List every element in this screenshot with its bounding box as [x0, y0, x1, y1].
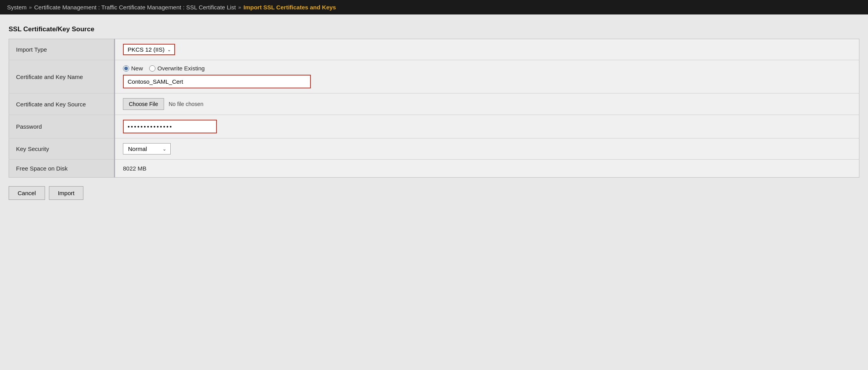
form-table: Import Type PKCS 12 (IIS) Regular PKCS 7…	[9, 39, 859, 178]
radio-new-label[interactable]: New	[123, 65, 143, 72]
cert-name-input[interactable]: Contoso_SAML_Cert	[123, 75, 311, 88]
import-button[interactable]: Import	[49, 186, 84, 200]
bottom-actions: Cancel Import	[9, 186, 859, 200]
radio-new-text: New	[131, 65, 143, 72]
radio-overwrite[interactable]	[149, 65, 155, 72]
password-row: Password	[9, 115, 859, 138]
import-type-select[interactable]: PKCS 12 (IIS) Regular PKCS 7 PEM Bundle	[128, 46, 165, 53]
key-security-value-cell: Normal High ⌄	[115, 138, 859, 160]
breadcrumb: System » Certificate Management : Traffi…	[0, 0, 868, 14]
free-space-row: Free Space on Disk 8022 MB	[9, 160, 859, 178]
password-value-cell	[115, 115, 859, 138]
import-type-select-wrapper[interactable]: PKCS 12 (IIS) Regular PKCS 7 PEM Bundle …	[123, 44, 175, 55]
choose-file-button[interactable]: Choose File	[123, 98, 164, 110]
cert-key-name-value-cell: New Overwrite Existing Contoso_SAML_Cert	[115, 60, 859, 93]
key-security-label: Key Security	[9, 138, 115, 160]
breadcrumb-arrow-1: »	[29, 4, 32, 10]
cert-key-name-label: Certificate and Key Name	[9, 60, 115, 93]
cancel-button[interactable]: Cancel	[9, 186, 45, 200]
key-security-select[interactable]: Normal High	[128, 145, 159, 152]
breadcrumb-arrow-2: »	[238, 4, 241, 10]
key-security-row: Key Security Normal High ⌄	[9, 138, 859, 160]
import-type-chevron-icon: ⌄	[167, 47, 171, 52]
radio-group: New Overwrite Existing	[123, 65, 851, 72]
key-security-chevron-icon: ⌄	[162, 146, 166, 152]
import-type-row: Import Type PKCS 12 (IIS) Regular PKCS 7…	[9, 39, 859, 60]
import-type-value-cell: PKCS 12 (IIS) Regular PKCS 7 PEM Bundle …	[115, 39, 859, 60]
breadcrumb-current: Import SSL Certificates and Keys	[244, 4, 336, 11]
key-security-select-wrapper[interactable]: Normal High ⌄	[123, 143, 171, 154]
radio-overwrite-label[interactable]: Overwrite Existing	[149, 65, 205, 72]
free-space-value-cell: 8022 MB	[115, 160, 859, 178]
free-space-label: Free Space on Disk	[9, 160, 115, 178]
no-file-text: No file chosen	[169, 101, 204, 107]
cert-source-value-cell: Choose File No file chosen	[115, 93, 859, 115]
breadcrumb-cert-mgmt[interactable]: Certificate Management : Traffic Certifi…	[34, 4, 236, 11]
breadcrumb-system[interactable]: System	[7, 4, 27, 11]
file-input-area: Choose File No file chosen	[123, 98, 851, 110]
cert-key-name-row: Certificate and Key Name New Overwrite E…	[9, 60, 859, 93]
free-space-value: 8022 MB	[123, 165, 146, 172]
section-title: SSL Certificate/Key Source	[9, 25, 859, 33]
password-input[interactable]	[123, 120, 217, 133]
radio-new[interactable]	[123, 65, 129, 72]
password-label: Password	[9, 115, 115, 138]
cert-source-label: Certificate and Key Source	[9, 93, 115, 115]
main-content: SSL Certificate/Key Source Import Type P…	[0, 14, 868, 366]
cert-source-row: Certificate and Key Source Choose File N…	[9, 93, 859, 115]
radio-overwrite-text: Overwrite Existing	[157, 65, 205, 72]
import-type-label: Import Type	[9, 39, 115, 60]
